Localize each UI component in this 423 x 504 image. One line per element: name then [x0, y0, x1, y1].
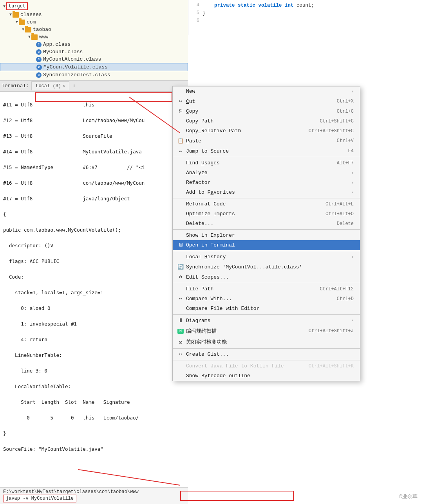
menu-item-convert-kotlin[interactable]: Convert Java File to Kotlin File Ctrl+Al…	[173, 361, 360, 371]
menu-label: 编码规约扫描	[186, 328, 217, 335]
menu-item-add-favorites[interactable]: Add to Favorites ›	[173, 187, 360, 197]
menu-item-synchronize[interactable]: 🔄 Synchronize 'MyCountVol...atile.class'	[173, 262, 360, 272]
tree-item-target[interactable]: ▼ target	[0, 2, 188, 11]
tree-item-mycountvolatile[interactable]: c MyCountVolatile.class	[0, 63, 188, 71]
menu-item-encoding-scan[interactable]: M 编码规约扫描 Ctrl+Alt+Shift+J	[173, 326, 360, 337]
menu-item-delete[interactable]: Delete... Delete	[173, 219, 360, 229]
code-line: Code:	[3, 273, 185, 281]
menu-item-copy[interactable]: ⎘ Copy Ctrl+C	[173, 106, 360, 116]
menu-item-compare-with[interactable]: ↔ Compare With... Ctrl+D	[173, 294, 360, 304]
menu-item-cut[interactable]: ✂ Cut Ctrl+X	[173, 96, 360, 106]
chevron-icon: ▼	[3, 4, 5, 9]
separator	[173, 314, 360, 315]
menu-item-show-explorer[interactable]: Show in Explorer	[173, 230, 360, 240]
shortcut-label: Ctrl+Alt+Shift+K	[309, 364, 354, 369]
tree-item-label: MyCountAtomic.class	[43, 56, 101, 62]
code-line: LocalVariableTable:	[3, 383, 185, 391]
menu-label: Show Bytecode outline	[186, 373, 250, 379]
menu-item-reformat[interactable]: Reformat Code Ctrl+Alt+L	[173, 199, 360, 209]
class-icon: c	[36, 42, 42, 47]
chevron-right-icon: ›	[351, 318, 354, 323]
gist-icon: ○	[177, 351, 184, 357]
code-line: SourceFile: "MyCountVolatile.java"	[3, 445, 185, 453]
compare-icon: ↔	[177, 296, 184, 302]
terminal-tab-local[interactable]: Local (3) ×	[31, 81, 69, 90]
menu-item-show-bytecode[interactable]: Show Bytecode outline	[173, 371, 360, 381]
terminal-add-tab[interactable]: +	[69, 81, 79, 91]
tree-item-www[interactable]: ▼ www	[0, 33, 188, 41]
menu-item-close-realtime[interactable]: ◎ 关闭实时检测功能	[173, 337, 360, 347]
menu-label: Copy	[186, 108, 198, 114]
separator	[173, 251, 360, 251]
menu-item-file-path[interactable]: File Path Ctrl+Alt+F12	[173, 284, 360, 294]
code-line: 0 5 0 this Lcom/taobao/	[3, 414, 185, 422]
menu-item-copy-path[interactable]: Copy Path Ctrl+Shift+C	[173, 116, 360, 126]
shortcut-label: Ctrl+Alt+Shift+C	[309, 128, 354, 134]
menu-label: Cut	[186, 99, 195, 104]
terminal-tabs: Terminal: Local (3) × +	[0, 81, 188, 92]
menu-item-compare-editor[interactable]: Compare File with Editor	[173, 304, 360, 313]
shortcut-label: Delete	[337, 221, 354, 227]
target-folder-label: target	[6, 2, 28, 10]
menu-item-jump-source[interactable]: ✏ Jump to Source F4	[173, 146, 360, 156]
shortcut-label: Ctrl+Alt+F12	[320, 286, 354, 292]
folder-icon	[25, 27, 31, 32]
menu-label: Copy Relative Path	[186, 128, 241, 134]
menu-item-edit-scopes[interactable]: ⊘ Edit Scopes...	[173, 272, 360, 282]
tree-item-label: SynchronizedTest.class	[43, 72, 110, 78]
tree-item-mycount[interactable]: c MyCount.class	[0, 48, 188, 56]
line-content: private static volatile int count;	[202, 2, 314, 9]
class-icon: c	[36, 72, 42, 78]
tree-item-com[interactable]: ▼ com	[0, 18, 188, 26]
chevron-icon: ▼	[22, 27, 24, 32]
separator	[173, 229, 360, 230]
diagrams-icon: Ⅱ	[177, 317, 184, 324]
menu-item-new[interactable]: New ›	[173, 86, 360, 96]
code-line: #16 = Utf8 com/taobao/www/MyCoun	[3, 179, 185, 187]
menu-label: Delete...	[186, 221, 213, 227]
menu-item-copy-relative[interactable]: Copy Relative Path Ctrl+Alt+Shift+C	[173, 126, 360, 136]
code-line-6: 6	[188, 17, 423, 25]
menu-item-diagrams[interactable]: Ⅱ Diagrams ›	[173, 315, 360, 326]
command-box: javap -v MyCountVolatile	[3, 495, 76, 502]
code-line: {	[3, 211, 185, 218]
menu-label: Synchronize 'MyCountVol...atile.class'	[186, 264, 302, 270]
menu-item-open-terminal[interactable]: 🖥 Open in Terminal	[173, 240, 360, 250]
menu-label: File Path	[186, 286, 213, 292]
chevron-icon: ▼	[16, 20, 18, 24]
menu-label: Convert Java File to Kotlin File	[186, 363, 284, 369]
terminal-icon: 🖥	[177, 242, 184, 248]
tab-label: Local (3)	[36, 83, 61, 89]
menu-label: Create Gist...	[186, 351, 229, 357]
separator	[173, 348, 360, 349]
shortcut-label: Ctrl+Alt+O	[325, 211, 354, 217]
top-code-panel: 4 private static volatile int count; 5 }…	[188, 0, 423, 35]
tree-item-mycountatomic[interactable]: c MyCountAtomic.class	[0, 56, 188, 63]
close-icon[interactable]: ×	[63, 84, 65, 88]
menu-label: Local History	[186, 254, 226, 260]
line-number: 4	[188, 2, 202, 9]
menu-item-local-history[interactable]: Local History ›	[173, 252, 360, 262]
sync-icon: 🔄	[177, 264, 184, 270]
code-line: #17 = Utf8 java/lang/Object	[3, 195, 185, 203]
paste-icon: 📋	[177, 138, 184, 144]
shortcut-label: Alt+F7	[337, 160, 354, 166]
tree-item-app[interactable]: c App.class	[0, 41, 188, 48]
chevron-right-icon: ›	[351, 190, 354, 195]
shortcut-label: Ctrl+Alt+Shift+J	[309, 328, 354, 334]
code-line: stack=1, locals=1, args_size=1	[3, 289, 185, 297]
menu-label: Open in Terminal	[186, 242, 235, 248]
menu-item-refactor[interactable]: Refactor ›	[173, 178, 360, 187]
shortcut-label: Ctrl+Alt+L	[325, 202, 354, 207]
tree-item-classes[interactable]: ▼ classes	[0, 11, 188, 18]
tree-item-synchronizedtest[interactable]: c SynchronizedTest.class	[0, 71, 188, 79]
menu-item-analyze[interactable]: Analyze ›	[173, 168, 360, 178]
menu-item-optimize-imports[interactable]: Optimize Imports Ctrl+Alt+O	[173, 209, 360, 219]
menu-label: Compare With...	[186, 296, 232, 302]
menu-item-create-gist[interactable]: ○ Create Gist...	[173, 349, 360, 359]
menu-item-find-usages[interactable]: Find Usages Alt+F7	[173, 158, 360, 168]
code-line: }	[3, 430, 185, 437]
bottom-path: E:\worktest\MyTest\target\classes\com\ta…	[3, 489, 139, 495]
tree-item-taobao[interactable]: ▼ taobao	[0, 26, 188, 33]
menu-item-paste[interactable]: 📋 Paste Ctrl+V	[173, 136, 360, 146]
